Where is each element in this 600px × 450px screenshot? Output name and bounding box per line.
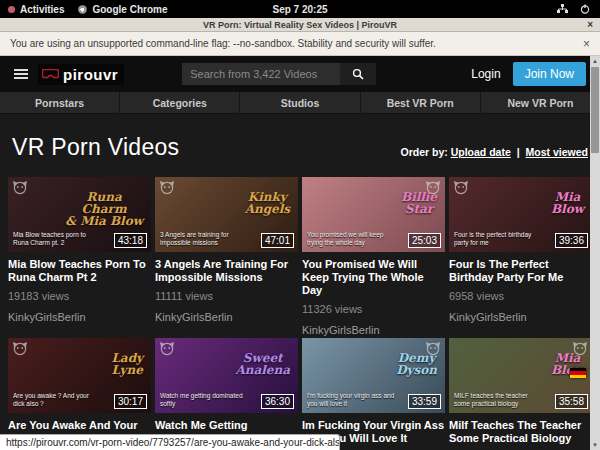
clock[interactable]: Sep 7 20:25 — [0, 4, 600, 15]
studio-watermark-cat-icon — [159, 341, 175, 356]
video-title-link[interactable]: Four Is The Perfect Birthday Party For M… — [449, 258, 592, 284]
thumbnail-overlay-name: Billie Star — [401, 191, 437, 215]
thumbnail-caption: I'm fucking your virgin ass and you will… — [307, 392, 396, 408]
login-link[interactable]: Login — [471, 67, 500, 81]
thumbnail-caption: You promised we will keep trying the who… — [307, 231, 396, 247]
nav-item-new-vr-porn[interactable]: New VR Porn — [480, 92, 600, 113]
view-count: 11111 views — [155, 290, 298, 302]
studio-watermark-cat-icon — [12, 180, 28, 195]
thumbnail-caption: Mia Blow teaches porn to Runa Charm pt. … — [13, 231, 102, 247]
thumbnail-caption: 3 Angels are training for impossible mis… — [160, 231, 249, 247]
order-separator: | — [517, 146, 520, 158]
studio-link[interactable]: KinkyGirlsBerlin — [302, 324, 445, 336]
network-icon[interactable] — [557, 4, 568, 14]
video-title-link[interactable]: 3 Angels Are Training For Impossible Mis… — [155, 258, 298, 284]
order-by-label: Order by: — [400, 146, 447, 158]
duration-badge: 35:58 — [555, 394, 588, 409]
video-thumbnail[interactable]: Sweet AnalenaWatch me getting dominated … — [155, 338, 298, 413]
join-now-button[interactable]: Join Now — [513, 62, 586, 86]
duration-badge: 33:59 — [408, 394, 441, 409]
thumbnail-caption: Are you awake ? And your dick also ? — [13, 392, 102, 408]
browser-title-bar: VR Porn: Virtual Reality Sex Videos | Pi… — [0, 18, 600, 32]
search-form — [182, 63, 376, 85]
video-card: Billie StarYou promised we will keep try… — [302, 177, 445, 336]
main-nav: PornstarsCategoriesStudiosBest VR PornNe… — [0, 92, 600, 114]
video-card: Mia BlowMILF teaches the teacher some pr… — [449, 338, 592, 450]
video-thumbnail[interactable]: Mia BlowMILF teaches the teacher some pr… — [449, 338, 592, 413]
page-scrollbar[interactable]: ▲ ▼ — [590, 56, 600, 450]
thumbnail-caption: MILF teaches the teacher some practical … — [454, 392, 543, 408]
video-thumbnail[interactable]: Runa Charm & Mia BlowMia Blow teaches po… — [8, 177, 151, 252]
thumbnail-caption: Four is the perfect birthday party for m… — [454, 231, 543, 247]
studio-watermark-cat-icon — [159, 180, 175, 195]
duration-badge: 25:03 — [408, 233, 441, 248]
duration-badge: 39:36 — [555, 233, 588, 248]
nav-item-studios[interactable]: Studios — [239, 92, 359, 113]
nav-item-categories[interactable]: Categories — [119, 92, 239, 113]
scroll-down-icon[interactable]: ▼ — [590, 440, 600, 450]
video-card: Runa Charm & Mia BlowMia Blow teaches po… — [8, 177, 151, 336]
thumbnail-overlay-name: Sweet Analena — [235, 352, 290, 376]
view-count: 11326 views — [302, 303, 445, 315]
video-thumbnail[interactable]: Mia BlowFour is the perfect birthday par… — [449, 177, 592, 252]
order-by: Order by: Upload date | Most viewed — [400, 146, 588, 161]
video-title-link[interactable]: Mia Blow Teaches Porn To Runa Charm Pt 2 — [8, 258, 151, 284]
studio-watermark-cat-icon — [453, 180, 469, 195]
vr-headset-icon — [42, 69, 59, 80]
order-upload-date-link[interactable]: Upload date — [451, 146, 511, 158]
thumbnail-overlay-name: Kinky Angels — [245, 191, 290, 215]
view-count: 6958 views — [449, 290, 592, 302]
duration-badge: 43:18 — [114, 233, 147, 248]
site-header: pirouvr Login Join Now — [0, 56, 600, 92]
video-thumbnail[interactable]: Demy DysonI'm fucking your virgin ass an… — [302, 338, 445, 413]
page-title: VR Porn Videos — [12, 134, 179, 161]
duration-badge: 47:01 — [261, 233, 294, 248]
duration-badge: 30:17 — [114, 394, 147, 409]
search-input[interactable] — [182, 63, 340, 85]
logo-text: pirouvr — [63, 66, 118, 83]
system-top-bar: Activities Google Chrome Sep 7 20:25 — [0, 0, 600, 18]
video-card: Mia BlowFour is the perfect birthday par… — [449, 177, 592, 336]
studio-watermark-cat-icon — [12, 341, 28, 356]
window-close-icon[interactable]: × — [587, 18, 593, 32]
tab-title: VR Porn: Virtual Reality Sex Videos | Pi… — [0, 20, 600, 30]
thumbnail-overlay-name: Lady Lyne — [111, 352, 143, 376]
studio-link[interactable]: KinkyGirlsBerlin — [155, 311, 298, 323]
order-most-viewed-link[interactable]: Most viewed — [526, 146, 588, 158]
video-title-link[interactable]: Milf Teaches The Teacher Some Practical … — [449, 419, 592, 445]
nav-item-pornstars[interactable]: Pornstars — [0, 92, 119, 113]
thumbnail-overlay-name: Demy Dyson — [396, 352, 437, 376]
video-card: Kinky Angels3 Angels are training for im… — [155, 177, 298, 336]
thumbnail-overlay-name: Mia Blow — [551, 191, 584, 215]
scroll-up-icon[interactable]: ▲ — [590, 56, 600, 66]
infobar-text: You are using an unsupported command-lin… — [10, 38, 436, 49]
video-thumbnail[interactable]: Kinky Angels3 Angels are training for im… — [155, 177, 298, 252]
video-thumbnail[interactable]: Billie StarYou promised we will keep try… — [302, 177, 445, 252]
studio-link[interactable]: KinkyGirlsBerlin — [8, 311, 151, 323]
search-button[interactable] — [340, 63, 376, 85]
unsupported-flag-infobar: You are using an unsupported command-lin… — [0, 32, 600, 56]
thumbnail-caption: Watch me getting dominated softly — [160, 392, 249, 408]
video-thumbnail[interactable]: Lady LyneAre you awake ? And your dick a… — [8, 338, 151, 413]
duration-badge: 36:30 — [261, 394, 294, 409]
german-flag-icon — [570, 368, 586, 378]
nav-item-best-vr-porn[interactable]: Best VR Porn — [360, 92, 480, 113]
scrollbar-thumb[interactable] — [591, 67, 599, 153]
view-count: 19183 views — [8, 290, 151, 302]
menu-icon[interactable] — [14, 69, 28, 79]
search-icon — [352, 68, 364, 80]
infobar-close-icon[interactable]: × — [583, 37, 590, 51]
video-title-link[interactable]: You Promised We Will Keep Trying The Who… — [302, 258, 445, 297]
thumbnail-overlay-name: Runa Charm & Mia Blow — [65, 191, 143, 227]
video-grid: Runa Charm & Mia BlowMia Blow teaches po… — [0, 161, 600, 450]
web-content: pirouvr Login Join Now PornstarsCategori… — [0, 56, 600, 450]
studio-link[interactable]: KinkyGirlsBerlin — [449, 311, 592, 323]
power-icon[interactable] — [580, 4, 590, 14]
status-bar-url: https://pirouvr.com/vr-porn-video/779325… — [0, 434, 340, 450]
site-logo[interactable]: pirouvr — [38, 64, 124, 85]
